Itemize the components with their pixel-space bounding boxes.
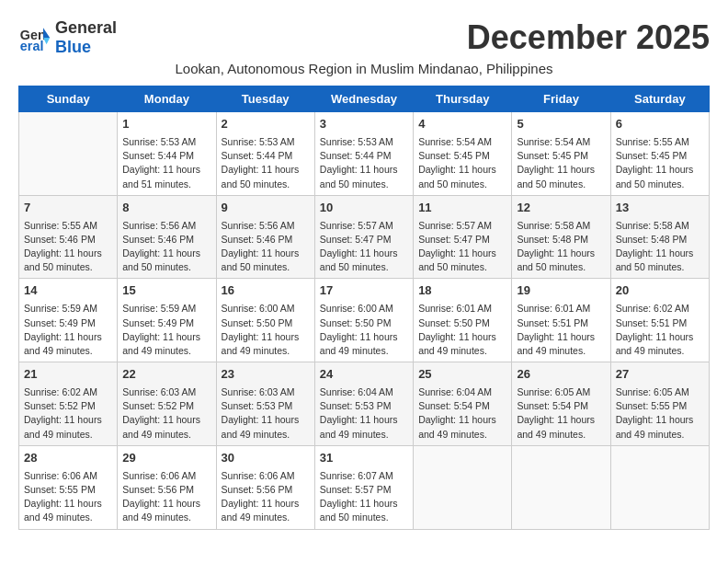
calendar-cell: 21Sunrise: 6:02 AM Sunset: 5:52 PM Dayli… xyxy=(19,362,118,446)
calendar-cell: 4Sunrise: 5:54 AM Sunset: 5:45 PM Daylig… xyxy=(414,112,512,196)
calendar-cell: 30Sunrise: 6:06 AM Sunset: 5:56 PM Dayli… xyxy=(216,445,314,529)
calendar-cell: 9Sunrise: 5:56 AM Sunset: 5:46 PM Daylig… xyxy=(216,195,314,279)
day-info: Sunrise: 6:03 AM Sunset: 5:52 PM Dayligh… xyxy=(122,385,210,442)
calendar-cell: 13Sunrise: 5:58 AM Sunset: 5:48 PM Dayli… xyxy=(610,195,709,279)
calendar-cell: 17Sunrise: 6:00 AM Sunset: 5:50 PM Dayli… xyxy=(314,279,413,362)
calendar-cell: 24Sunrise: 6:04 AM Sunset: 5:53 PM Dayli… xyxy=(314,362,413,446)
day-info: Sunrise: 6:00 AM Sunset: 5:50 PM Dayligh… xyxy=(320,302,408,358)
calendar-cell: 18Sunrise: 6:01 AM Sunset: 5:50 PM Dayli… xyxy=(414,279,512,362)
day-number: 11 xyxy=(418,200,506,217)
calendar-table: SundayMondayTuesdayWednesdayThursdayFrid… xyxy=(18,86,710,530)
calendar-cell: 14Sunrise: 5:59 AM Sunset: 5:49 PM Dayli… xyxy=(19,279,118,362)
day-number: 10 xyxy=(320,200,408,217)
calendar-cell: 31Sunrise: 6:07 AM Sunset: 5:57 PM Dayli… xyxy=(314,445,413,529)
day-number: 12 xyxy=(517,200,605,217)
day-number: 8 xyxy=(122,200,210,217)
calendar-week-0: 1Sunrise: 5:53 AM Sunset: 5:44 PM Daylig… xyxy=(19,112,710,196)
calendar-cell: 28Sunrise: 6:06 AM Sunset: 5:55 PM Dayli… xyxy=(19,445,118,529)
calendar-cell: 10Sunrise: 5:57 AM Sunset: 5:47 PM Dayli… xyxy=(314,195,413,279)
day-number: 22 xyxy=(122,366,210,384)
day-number: 21 xyxy=(24,366,112,384)
day-number: 17 xyxy=(320,282,408,300)
day-info: Sunrise: 5:56 AM Sunset: 5:46 PM Dayligh… xyxy=(222,219,310,275)
calendar-cell: 6Sunrise: 5:55 AM Sunset: 5:45 PM Daylig… xyxy=(610,112,709,196)
page-subtitle: Lookan, Autonomous Region in Muslim Mind… xyxy=(18,61,710,76)
calendar-cell xyxy=(512,445,610,529)
calendar-cell: 12Sunrise: 5:58 AM Sunset: 5:48 PM Dayli… xyxy=(512,195,610,279)
day-info: Sunrise: 6:01 AM Sunset: 5:51 PM Dayligh… xyxy=(517,302,605,358)
day-number: 13 xyxy=(616,200,704,217)
day-number: 2 xyxy=(222,116,310,133)
day-number: 18 xyxy=(418,282,506,300)
page-header: Gen eral General Blue December 2025 xyxy=(18,18,710,57)
header-tuesday: Tuesday xyxy=(216,86,314,112)
day-info: Sunrise: 5:58 AM Sunset: 5:48 PM Dayligh… xyxy=(517,219,605,275)
day-info: Sunrise: 5:53 AM Sunset: 5:44 PM Dayligh… xyxy=(320,135,408,191)
day-info: Sunrise: 5:54 AM Sunset: 5:45 PM Dayligh… xyxy=(418,135,506,191)
calendar-cell: 25Sunrise: 6:04 AM Sunset: 5:54 PM Dayli… xyxy=(414,362,512,446)
day-info: Sunrise: 5:58 AM Sunset: 5:48 PM Dayligh… xyxy=(616,219,704,275)
day-number: 26 xyxy=(517,366,605,384)
day-number: 27 xyxy=(616,366,704,384)
day-number: 9 xyxy=(222,200,310,217)
calendar-cell: 2Sunrise: 5:53 AM Sunset: 5:44 PM Daylig… xyxy=(216,112,314,196)
day-info: Sunrise: 5:57 AM Sunset: 5:47 PM Dayligh… xyxy=(418,219,506,275)
day-info: Sunrise: 5:57 AM Sunset: 5:47 PM Dayligh… xyxy=(320,219,408,275)
day-number: 14 xyxy=(24,282,112,300)
calendar-cell: 29Sunrise: 6:06 AM Sunset: 5:56 PM Dayli… xyxy=(118,445,216,529)
calendar-cell: 8Sunrise: 5:56 AM Sunset: 5:46 PM Daylig… xyxy=(118,195,216,279)
calendar-cell: 7Sunrise: 5:55 AM Sunset: 5:46 PM Daylig… xyxy=(19,195,118,279)
day-number: 24 xyxy=(320,366,408,384)
day-number: 4 xyxy=(418,116,506,133)
day-info: Sunrise: 6:04 AM Sunset: 5:53 PM Dayligh… xyxy=(320,385,408,442)
day-info: Sunrise: 6:03 AM Sunset: 5:53 PM Dayligh… xyxy=(222,385,310,442)
calendar-cell: 5Sunrise: 5:54 AM Sunset: 5:45 PM Daylig… xyxy=(512,112,610,196)
day-info: Sunrise: 5:56 AM Sunset: 5:46 PM Dayligh… xyxy=(122,219,210,275)
day-info: Sunrise: 5:54 AM Sunset: 5:45 PM Dayligh… xyxy=(517,135,605,191)
day-number: 30 xyxy=(222,450,310,467)
calendar-cell: 11Sunrise: 5:57 AM Sunset: 5:47 PM Dayli… xyxy=(414,195,512,279)
calendar-cell: 26Sunrise: 6:05 AM Sunset: 5:54 PM Dayli… xyxy=(512,362,610,446)
calendar-cell xyxy=(610,445,709,529)
calendar-cell: 27Sunrise: 6:05 AM Sunset: 5:55 PM Dayli… xyxy=(610,362,709,446)
calendar-cell: 20Sunrise: 6:02 AM Sunset: 5:51 PM Dayli… xyxy=(610,279,709,362)
day-number: 16 xyxy=(222,282,310,300)
day-info: Sunrise: 6:01 AM Sunset: 5:50 PM Dayligh… xyxy=(418,302,506,358)
day-info: Sunrise: 5:55 AM Sunset: 5:46 PM Dayligh… xyxy=(24,219,112,275)
day-info: Sunrise: 6:02 AM Sunset: 5:51 PM Dayligh… xyxy=(616,302,704,358)
calendar-cell: 16Sunrise: 6:00 AM Sunset: 5:50 PM Dayli… xyxy=(216,279,314,362)
day-info: Sunrise: 5:55 AM Sunset: 5:45 PM Dayligh… xyxy=(616,135,704,191)
logo-text-line1: General xyxy=(55,18,117,38)
calendar-week-1: 7Sunrise: 5:55 AM Sunset: 5:46 PM Daylig… xyxy=(19,195,710,279)
day-info: Sunrise: 5:59 AM Sunset: 5:49 PM Dayligh… xyxy=(122,302,210,358)
calendar-cell: 3Sunrise: 5:53 AM Sunset: 5:44 PM Daylig… xyxy=(314,112,413,196)
day-info: Sunrise: 5:53 AM Sunset: 5:44 PM Dayligh… xyxy=(222,135,310,191)
calendar-week-3: 21Sunrise: 6:02 AM Sunset: 5:52 PM Dayli… xyxy=(19,362,710,446)
day-info: Sunrise: 6:04 AM Sunset: 5:54 PM Dayligh… xyxy=(418,385,506,442)
calendar-cell: 23Sunrise: 6:03 AM Sunset: 5:53 PM Dayli… xyxy=(216,362,314,446)
day-number: 28 xyxy=(24,450,112,467)
day-info: Sunrise: 5:59 AM Sunset: 5:49 PM Dayligh… xyxy=(24,302,112,358)
logo: Gen eral General Blue xyxy=(18,18,117,57)
calendar-cell: 22Sunrise: 6:03 AM Sunset: 5:52 PM Dayli… xyxy=(118,362,216,446)
day-number: 19 xyxy=(517,282,605,300)
logo-text-line2: Blue xyxy=(55,38,117,57)
month-title: December 2025 xyxy=(467,18,710,57)
day-number: 20 xyxy=(616,282,704,300)
day-number: 31 xyxy=(320,450,408,467)
day-info: Sunrise: 6:06 AM Sunset: 5:56 PM Dayligh… xyxy=(122,469,210,525)
calendar-cell: 15Sunrise: 5:59 AM Sunset: 5:49 PM Dayli… xyxy=(118,279,216,362)
day-info: Sunrise: 6:05 AM Sunset: 5:55 PM Dayligh… xyxy=(616,385,704,442)
logo-icon: Gen eral xyxy=(18,21,51,54)
header-monday: Monday xyxy=(118,86,216,112)
day-number: 29 xyxy=(122,450,210,467)
header-wednesday: Wednesday xyxy=(314,86,413,112)
calendar-cell: 1Sunrise: 5:53 AM Sunset: 5:44 PM Daylig… xyxy=(118,112,216,196)
day-number: 3 xyxy=(320,116,408,133)
calendar-week-2: 14Sunrise: 5:59 AM Sunset: 5:49 PM Dayli… xyxy=(19,279,710,362)
calendar-cell xyxy=(19,112,118,196)
calendar-week-4: 28Sunrise: 6:06 AM Sunset: 5:55 PM Dayli… xyxy=(19,445,710,529)
day-number: 15 xyxy=(122,282,210,300)
day-info: Sunrise: 6:02 AM Sunset: 5:52 PM Dayligh… xyxy=(24,385,112,442)
calendar-header: SundayMondayTuesdayWednesdayThursdayFrid… xyxy=(19,86,710,112)
